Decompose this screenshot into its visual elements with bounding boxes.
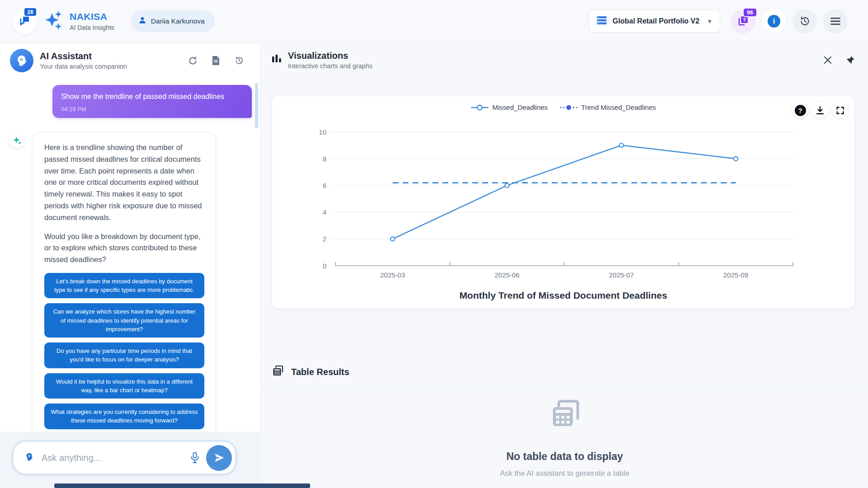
- suggestion-list: Let's break down the missed deadlines by…: [44, 273, 204, 429]
- suggestion-button-1[interactable]: Let's break down the missed deadlines by…: [44, 273, 204, 298]
- person-icon: [138, 16, 147, 27]
- svg-text:4: 4: [323, 208, 326, 216]
- brand-subtitle: AI Data Insights: [70, 24, 114, 31]
- trend-line-chart[interactable]: 02468102025-032025-062025-072025-09: [272, 96, 855, 309]
- svg-text:2025-09: 2025-09: [723, 271, 748, 279]
- table-icon: [272, 365, 284, 379]
- assistant-paragraph-2: Would you like a breakdown by document t…: [44, 231, 204, 266]
- chevron-down-icon: ▼: [707, 18, 712, 25]
- mic-button[interactable]: [190, 452, 200, 464]
- empty-table-icon: [548, 425, 581, 433]
- suggestion-button-2[interactable]: Can we analyze which stores have the hig…: [44, 303, 204, 338]
- bar-chart-icon: [272, 53, 282, 67]
- refresh-icon: [188, 56, 198, 66]
- user-message-time: 04:19 PM: [61, 106, 243, 113]
- pin-panel-button[interactable]: [845, 55, 855, 65]
- messages-viewport[interactable]: Show me the trendline of passed missed d…: [0, 78, 260, 432]
- assistant-message-bubble: Here is a trendline showing the number o…: [33, 132, 216, 432]
- clock-history-icon: [234, 56, 244, 66]
- visualization-panel: Visualizations Interactive charts and gr…: [261, 43, 868, 488]
- viz-subtitle: Interactive charts and graphs: [288, 62, 373, 70]
- table-results-header: Table Results: [261, 357, 868, 387]
- user-pill[interactable]: Dariia Karkunova: [131, 10, 215, 32]
- user-message-bubble: Show me the trendline of passed missed d…: [52, 85, 252, 118]
- ai-assistant-avatar: ⚙: [10, 49, 33, 72]
- history-icon: [799, 15, 811, 27]
- svg-text:?: ?: [743, 17, 746, 23]
- assistant-head-icon: [24, 452, 34, 464]
- app-logo[interactable]: 26: [13, 7, 40, 35]
- assistant-paragraph-1: Here is a trendline showing the number o…: [44, 142, 204, 224]
- mic-icon: [190, 452, 200, 464]
- portfolio-selector[interactable]: Global Retail Portfolio V2 ▼: [589, 10, 720, 33]
- send-button[interactable]: [206, 445, 232, 471]
- pin-icon: [845, 55, 855, 65]
- table-results-title: Table Results: [291, 367, 349, 377]
- chart-title: Monthly Trend of Missed Document Deadlin…: [272, 290, 854, 301]
- assistant-sparkle-avatar: [9, 132, 25, 148]
- chat-input-area: [0, 432, 260, 488]
- close-icon: [823, 55, 833, 65]
- chart-card: Missed_Deadlines Trend Missed_Deadlines …: [272, 96, 855, 309]
- document-icon: [212, 56, 220, 66]
- sparkles-icon: [44, 9, 64, 33]
- history-button[interactable]: [793, 9, 817, 33]
- brand-block: NAKISA AI Data Insights: [70, 11, 114, 31]
- hamburger-icon: [830, 16, 841, 26]
- user-name: Dariia Karkunova: [151, 17, 205, 25]
- app-root: 26 NAKISA AI Data Insights Dariia Karkun…: [0, 0, 868, 488]
- svg-text:2025-07: 2025-07: [609, 271, 634, 279]
- portfolio-label: Global Retail Portfolio V2: [613, 17, 699, 25]
- chat-panel: ⚙ AI Assistant Your data analysis compan…: [0, 43, 261, 488]
- brand-name: NAKISA: [70, 11, 114, 22]
- bottom-bar: [54, 483, 310, 488]
- refresh-chat-button[interactable]: [188, 56, 198, 66]
- svg-text:2: 2: [323, 235, 326, 243]
- document-button[interactable]: [212, 56, 220, 66]
- info-icon: i: [768, 15, 780, 28]
- user-message-text: Show me the trendline of passed missed d…: [61, 92, 243, 102]
- info-button[interactable]: i: [762, 9, 786, 33]
- svg-text:6: 6: [323, 182, 326, 189]
- svg-text:8: 8: [323, 155, 326, 163]
- chat-scrollbar[interactable]: [255, 83, 258, 128]
- help-docs-button[interactable]: ? 96: [731, 9, 755, 33]
- chat-bubbles-icon: [18, 14, 32, 30]
- ask-anything-input[interactable]: [42, 453, 190, 463]
- top-bar: 26 NAKISA AI Data Insights Dariia Karkun…: [0, 0, 868, 43]
- chat-panel-title: AI Assistant: [40, 51, 127, 61]
- suggestion-button-3[interactable]: Do you have any particular time periods …: [44, 343, 204, 368]
- suggestion-button-4[interactable]: Would it be helpful to visualize this da…: [44, 373, 204, 399]
- viz-header: Visualizations Interactive charts and gr…: [261, 43, 868, 77]
- chat-panel-subtitle: Your data analysis companion: [40, 63, 127, 70]
- svg-text:2025-06: 2025-06: [495, 271, 519, 279]
- svg-text:0: 0: [323, 262, 326, 270]
- close-panel-button[interactable]: [823, 55, 833, 65]
- viz-title: Visualizations: [288, 50, 373, 61]
- top-icon-group: ? 96 i: [731, 9, 848, 33]
- svg-text:10: 10: [319, 128, 326, 136]
- suggestion-button-5[interactable]: What strategies are you currently consid…: [44, 404, 204, 429]
- table-empty-state: No table data to display Ask the AI assi…: [261, 398, 868, 478]
- help-badge: 96: [743, 8, 757, 17]
- send-icon: [213, 452, 225, 464]
- chat-input-pill: [14, 442, 235, 474]
- notification-badge: 26: [24, 7, 37, 17]
- chat-history-button[interactable]: [234, 56, 244, 66]
- svg-text:⚙: ⚙: [19, 57, 23, 62]
- list-icon: [596, 15, 607, 27]
- svg-text:2025-03: 2025-03: [380, 271, 405, 279]
- empty-state-subtitle: Ask the AI assistant to generate a table: [261, 469, 868, 478]
- empty-state-title: No table data to display: [261, 450, 868, 463]
- menu-button[interactable]: [823, 9, 848, 33]
- chat-header: ⚙ AI Assistant Your data analysis compan…: [0, 43, 260, 78]
